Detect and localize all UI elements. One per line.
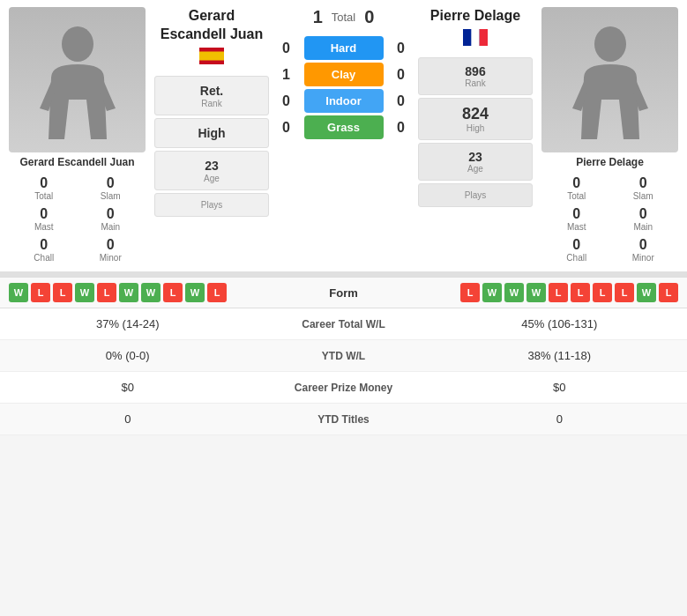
right-stat-main: 0 Main xyxy=(610,204,677,234)
right-player-name: Pierre Delage xyxy=(576,156,644,168)
right-high-box: 824 High xyxy=(418,98,533,140)
form-badge-l: L xyxy=(571,283,590,302)
stats-row-0: 37% (14-24) Career Total W/L 45% (106-13… xyxy=(0,308,687,340)
right-center-column: Pierre Delage 896 Rank 824 High xyxy=(418,0,533,271)
left-rank-box: Ret. Rank xyxy=(154,76,269,115)
left-stat-total: 0 Total xyxy=(11,174,78,203)
form-badge-l: L xyxy=(615,283,634,302)
form-badge-w: W xyxy=(141,283,161,302)
stats-left-val-3: 0 xyxy=(0,404,256,434)
stats-left-val-0: 37% (14-24) xyxy=(0,308,256,339)
court-btn-grass[interactable]: Grass xyxy=(304,115,384,139)
form-badge-w: W xyxy=(119,283,138,302)
court-row-clay: 1 Clay 0 xyxy=(271,63,416,86)
left-player-name-center: Gerard Escandell Juan xyxy=(156,7,267,44)
right-stat-slam: 0 Slam xyxy=(610,174,677,203)
left-player-avatar xyxy=(9,7,146,152)
right-rank-box: 896 Rank xyxy=(418,57,533,95)
stats-row-1: 0% (0-0) YTD W/L 38% (11-18) xyxy=(0,340,687,372)
right-player-panel: Pierre Delage 0 Total 0 Slam 0 Mast 0 Ma… xyxy=(533,0,687,271)
right-player-flag xyxy=(463,29,488,50)
form-badge-w: W xyxy=(482,283,502,302)
right-stat-total: 0 Total xyxy=(543,174,610,203)
court-btn-indoor[interactable]: Indoor xyxy=(304,89,384,113)
scores-courts-column: 1 Total 0 0 Hard 0 1 Clay 0 0 Indoor 0 0… xyxy=(269,0,418,271)
form-badge-l: L xyxy=(207,283,227,302)
form-badge-w: W xyxy=(9,283,28,302)
form-badge-l: L xyxy=(659,283,678,302)
svg-point-0 xyxy=(62,26,93,62)
right-center-stat-boxes: 896 Rank 824 High 23 Age Plays xyxy=(418,57,533,207)
court-btn-hard[interactable]: Hard xyxy=(304,36,384,60)
stats-right-val-0: 45% (106-131) xyxy=(432,308,688,339)
form-badge-l: L xyxy=(53,283,72,302)
left-high-box: High xyxy=(154,118,269,148)
left-stat-minor: 0 Minor xyxy=(78,235,145,264)
left-stat-main: 0 Main xyxy=(78,204,145,234)
svg-rect-4 xyxy=(471,29,479,46)
form-badge-l: L xyxy=(31,283,50,302)
stats-row-3: 0 YTD Titles 0 xyxy=(0,404,687,435)
court-btn-clay[interactable]: Clay xyxy=(304,63,384,86)
form-badge-l: L xyxy=(593,283,612,302)
form-badge-w: W xyxy=(504,283,524,302)
stats-label-2: Career Prize Money xyxy=(256,373,432,403)
left-stat-mast: 0 Mast xyxy=(11,204,78,234)
form-badge-l: L xyxy=(549,283,568,302)
form-badge-w: W xyxy=(185,283,205,302)
main-container: Gerard Escandell Juan 0 Total 0 Slam 0 M… xyxy=(0,0,687,435)
court-row-hard: 0 Hard 0 xyxy=(271,36,416,60)
left-player-panel: Gerard Escandell Juan 0 Total 0 Slam 0 M… xyxy=(0,0,154,271)
form-badge-l: L xyxy=(97,283,116,302)
svg-rect-5 xyxy=(480,29,488,46)
courts-section: 0 Hard 0 1 Clay 0 0 Indoor 0 0 Grass 0 xyxy=(271,36,416,139)
form-badge-w: W xyxy=(75,283,94,302)
right-form-badges: LWWWLLLLWL xyxy=(397,283,679,302)
form-badge-w: W xyxy=(526,283,546,302)
form-badge-w: W xyxy=(637,283,656,302)
stats-right-val-2: $0 xyxy=(432,372,688,403)
right-player-avatar xyxy=(541,7,678,152)
stats-left-val-2: $0 xyxy=(0,372,256,403)
form-section: WLLWLWWLWL Form LWWWLLLLWL xyxy=(0,277,687,308)
stats-label-0: Career Total W/L xyxy=(256,309,432,339)
player-comparison: Gerard Escandell Juan 0 Total 0 Slam 0 M… xyxy=(0,0,687,271)
stats-label-3: YTD Titles xyxy=(256,404,432,434)
form-badge-l: L xyxy=(163,283,183,302)
total-score-row: 1 Total 0 xyxy=(313,7,375,27)
stats-left-val-1: 0% (0-0) xyxy=(0,340,256,371)
right-stat-chall: 0 Chall xyxy=(543,235,610,264)
left-player-name: Gerard Escandell Juan xyxy=(19,156,134,168)
right-plays-box: Plays xyxy=(418,183,533,207)
left-stat-slam: 0 Slam xyxy=(78,174,145,203)
left-player-flag xyxy=(199,48,224,69)
form-badge-l: L xyxy=(460,283,480,302)
left-form-badges: WLLWLWWLWL xyxy=(9,283,291,302)
left-plays-box: Plays xyxy=(154,193,269,217)
form-label: Form xyxy=(291,286,397,300)
svg-point-6 xyxy=(594,26,626,62)
right-age-box: 23 Age xyxy=(418,143,533,181)
stats-right-val-1: 38% (11-18) xyxy=(432,340,688,371)
left-age-box: 23 Age xyxy=(154,151,269,190)
stats-row-2: $0 Career Prize Money $0 xyxy=(0,372,687,404)
svg-rect-2 xyxy=(199,51,224,60)
stats-label-1: YTD W/L xyxy=(256,341,432,371)
stats-right-val-3: 0 xyxy=(432,404,688,434)
left-stat-chall: 0 Chall xyxy=(11,235,78,264)
right-stat-minor: 0 Minor xyxy=(610,235,677,264)
right-player-name-center: Pierre Delage xyxy=(430,7,520,26)
left-player-stats: 0 Total 0 Slam 0 Mast 0 Main xyxy=(4,174,151,264)
right-player-stats: 0 Total 0 Slam 0 Mast 0 Main 0 Chall xyxy=(536,174,683,264)
left-center-column: Gerard Escandell Juan Ret. Rank High 2 xyxy=(154,0,269,271)
right-stat-mast: 0 Mast xyxy=(543,204,610,234)
court-row-grass: 0 Grass 0 xyxy=(271,115,416,139)
court-row-indoor: 0 Indoor 0 xyxy=(271,89,416,113)
left-center-stat-boxes: Ret. Rank High 23 Age Plays xyxy=(154,76,269,217)
stats-table: 37% (14-24) Career Total W/L 45% (106-13… xyxy=(0,308,687,435)
